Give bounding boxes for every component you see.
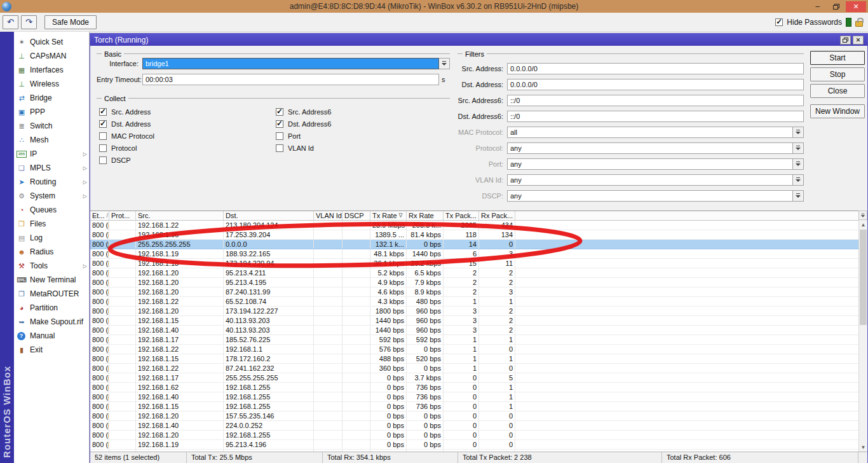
checkbox-dscp[interactable] — [99, 156, 107, 164]
collect-option-dscp[interactable]: DSCP — [99, 154, 154, 166]
column-header-rx-pack[interactable]: Rx Pack... — [479, 211, 515, 220]
start-button[interactable]: Start — [810, 51, 865, 65]
table-row[interactable]: 800 (ip)192.168.1.20192.168.1.2550 bps0 … — [90, 431, 858, 440]
filter-input-vlan-id[interactable]: any — [507, 174, 793, 186]
table-row[interactable]: 800 (ip)192.168.1.2095.213.4.2115.2 kbps… — [90, 268, 858, 278]
table-row[interactable]: 800 (ip)192.168.1.2087.240.131.994.6 kbp… — [90, 287, 858, 297]
sidebar-item-exit[interactable]: ▮Exit — [14, 343, 89, 357]
sidebar-item-system[interactable]: ⚙System▷ — [14, 189, 89, 203]
collect-option-protocol[interactable]: Protocol — [99, 142, 154, 154]
redo-button[interactable]: ↷ — [21, 15, 37, 29]
filter-input-port[interactable]: any — [507, 158, 793, 170]
table-row[interactable]: 800 (ip)192.168.1.20157.55.235.1460 bps0… — [90, 411, 858, 421]
checkbox-protocol[interactable] — [99, 144, 107, 152]
table-row[interactable]: 800 (ip)192.168.1.2095.213.4.1954.9 kbps… — [90, 278, 858, 287]
filter-input-mac-protocol[interactable]: all — [507, 127, 793, 138]
collect-option-src-address6[interactable]: Src. Address6 — [276, 106, 331, 118]
column-header-src[interactable]: Src. — [136, 211, 224, 220]
restore-button[interactable] — [827, 1, 844, 12]
column-header-tx-rate[interactable]: Tx Rate∇ — [370, 211, 407, 220]
sidebar-item-partition[interactable]: ◕Partition — [14, 301, 89, 315]
table-row[interactable]: 800 (ip)192.168.1.40224.0.0.2520 bps0 bp… — [90, 421, 858, 431]
sidebar-item-radius[interactable]: ☻Radius — [14, 245, 89, 259]
table-row[interactable]: 800 (ip)192.168.1.15192.168.1.2550 bps73… — [90, 402, 858, 411]
table-row[interactable]: 800 (ip)192.168.1.18173.194.220.9436.1 k… — [90, 259, 858, 268]
checkbox-dst-address[interactable] — [99, 120, 107, 128]
sidebar-item-queues[interactable]: ◔Queues — [14, 203, 89, 217]
collect-option-src-address[interactable]: Src. Address — [99, 106, 154, 118]
checkbox-src-address6[interactable] — [276, 108, 283, 116]
checkbox-dst-address6[interactable] — [276, 120, 283, 128]
checkbox-mac-protocol[interactable] — [99, 132, 107, 140]
new-window-button[interactable]: New Window — [810, 104, 865, 118]
checkbox-src-address[interactable] — [99, 108, 107, 116]
sidebar-item-bridge[interactable]: ⇄Bridge — [14, 91, 89, 105]
table-row[interactable]: 800 (ip)192.168.1.2287.241.162.232360 bp… — [90, 364, 858, 373]
collect-option-vlan-id[interactable]: VLAN Id — [276, 142, 331, 154]
filter-input-dscp[interactable]: any — [507, 190, 793, 202]
collect-option-port[interactable]: Port — [276, 130, 331, 142]
column-header-et[interactable]: Et.../ — [90, 211, 109, 220]
sidebar-item-routing[interactable]: ➤Routing▷ — [14, 175, 89, 189]
dropdown-button-dscp[interactable] — [793, 190, 804, 202]
filter-input-protocol[interactable]: any — [507, 142, 793, 154]
sidebar-item-quick-set[interactable]: ✶Quick Set — [14, 35, 89, 49]
dropdown-button-mac-protocol[interactable] — [793, 127, 804, 138]
entry-timeout-input[interactable]: 00:00:03 — [142, 74, 439, 85]
sidebar-item-tools[interactable]: ⚒Tools▷ — [14, 259, 89, 273]
table-row[interactable]: 800 (ip)192.168.1.62192.168.1.2550 bps73… — [90, 383, 858, 392]
scrollbar-thumb[interactable] — [860, 230, 867, 325]
column-header-dscp[interactable]: DSCP — [342, 211, 370, 220]
filter-input-dst-address6[interactable]: ::/0 — [507, 111, 804, 122]
checkbox-port[interactable] — [276, 132, 283, 140]
collect-option-dst-address[interactable]: Dst. Address — [99, 118, 154, 130]
sidebar-item-mpls[interactable]: ❏MPLS▷ — [14, 161, 89, 175]
table-row[interactable]: 800 (ip)192.168.1.1540.113.93.2031440 bp… — [90, 316, 858, 326]
sidebar-item-mesh[interactable]: ∴Mesh — [14, 133, 89, 147]
column-header-vlan-id[interactable]: VLAN Id — [314, 211, 342, 220]
sidebar-item-make-supout[interactable]: ➥Make Supout.rif — [14, 315, 89, 329]
table-row[interactable]: 800 (ip)192.168.1.40192.168.1.2550 bps73… — [90, 392, 858, 402]
interface-input[interactable]: bridge1 — [142, 58, 439, 69]
stop-button[interactable]: Stop — [810, 67, 865, 81]
table-row[interactable]: 800 (ip)192.168.1.1995.213.4.1960 bps0 b… — [90, 440, 858, 450]
table-row[interactable]: 800 (ip)192.168.1.19188.93.22.16548.1 kb… — [90, 249, 858, 259]
minimize-button[interactable]: – — [809, 1, 826, 12]
close-button[interactable]: ✕ — [846, 1, 866, 12]
column-picker-button[interactable] — [858, 211, 867, 220]
column-header-tx-pack[interactable]: Tx Pack... — [444, 211, 479, 220]
table-row[interactable]: 800 (ip)192.168.1.2265.52.108.744.3 kbps… — [90, 297, 858, 307]
table-row[interactable]: 800 (ip)192.168.1.17255.255.255.2550 bps… — [90, 373, 858, 383]
close-button[interactable]: Close — [810, 84, 865, 98]
dropdown-button-vlan-id[interactable] — [793, 174, 804, 186]
table-row[interactable]: 800 (ip)192.168.1.22192.168.1.1576 bps0 … — [90, 345, 858, 354]
torch-close-button[interactable]: ✕ — [853, 36, 864, 45]
column-header-prot[interactable]: Prot... — [109, 211, 136, 220]
sidebar-item-metarouter[interactable]: ❐MetaROUTER — [14, 287, 89, 301]
table-row[interactable]: 800 (ip)192.168.1.22213.180.204.12423.9 … — [90, 221, 858, 230]
filter-input-src-address[interactable]: 0.0.0.0/0 — [507, 63, 804, 74]
table-row[interactable]: 800 (ip)192.168.1.20173.194.122.2271800 … — [90, 307, 858, 316]
safe-mode-button[interactable]: Safe Mode — [44, 15, 97, 29]
sidebar-item-interfaces[interactable]: ▦Interfaces — [14, 63, 89, 77]
sidebar-item-capsman[interactable]: ⊥CAPsMAN — [14, 49, 89, 63]
filter-input-dst-address[interactable]: 0.0.0.0/0 — [507, 79, 804, 90]
collect-option-mac-protocol[interactable]: MAC Protocol — [99, 130, 154, 142]
sidebar-item-log[interactable]: ▤Log — [14, 231, 89, 245]
sidebar-item-new-terminal[interactable]: ⌨New Terminal — [14, 273, 89, 287]
hide-passwords-checkbox[interactable] — [775, 18, 783, 26]
table-row[interactable]: 800 (ip)192.168.1.4040.113.93.2031440 bp… — [90, 326, 858, 335]
column-header-dst[interactable]: Dst. — [224, 211, 314, 220]
sidebar-item-wireless[interactable]: ⊥Wireless — [14, 77, 89, 91]
vertical-scrollbar[interactable]: ▲ ▼ — [858, 220, 867, 452]
sidebar-item-ip[interactable]: 255IP▷ — [14, 147, 89, 161]
table-row[interactable]: 800 (ip)192.168.1.17185.52.76.225592 bps… — [90, 335, 858, 345]
collect-option-dst-address6[interactable]: Dst. Address6 — [276, 118, 331, 130]
undo-button[interactable]: ↶ — [3, 15, 18, 29]
dropdown-button-protocol[interactable] — [793, 142, 804, 154]
sidebar-item-ppp[interactable]: ▣PPP — [14, 105, 89, 119]
column-header-rx-rate[interactable]: Rx Rate — [407, 211, 444, 220]
filter-input-src-address6[interactable]: ::/0 — [507, 95, 804, 106]
table-row[interactable]: 800 (ip)192.168.1.9617.253.39.2041389.5 … — [90, 230, 858, 240]
table-row[interactable]: 800 (ip)192.168.1.15178.172.160.2488 bps… — [90, 354, 858, 364]
